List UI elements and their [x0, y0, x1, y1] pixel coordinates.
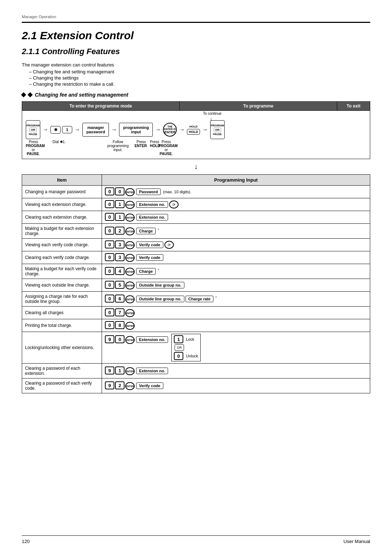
key-button-5: 5	[115, 281, 124, 289]
table-row: Clearing a password of each extension.91…	[22, 364, 370, 378]
to-continue-label: To continue	[203, 112, 221, 116]
lock-label: Lock	[186, 337, 194, 341]
input-label-0: Extension no.	[136, 368, 168, 374]
chapter-title: 2.1 Extension Control	[22, 29, 370, 42]
footer: 120 User Manual	[22, 535, 370, 544]
key-button-0: 0	[105, 253, 114, 261]
star-mark: *	[157, 268, 159, 272]
intro-text: The manager extension can control featur…	[22, 62, 370, 68]
arrow-4: →	[154, 126, 162, 133]
table-cell-item: Assigning a charge rate for each outside…	[22, 292, 102, 307]
or-row: OR	[174, 344, 198, 351]
unlock-row: 0 Unlock	[174, 352, 198, 360]
table-cell-input: 01ENTERExtension no.	[102, 211, 370, 224]
phone-icon-2: PROGRAM OR PAUSE	[210, 120, 225, 139]
arrow-6: →	[201, 126, 209, 133]
table-row: Printing the total charge.08ENTER	[22, 319, 370, 332]
phone-icon-1: PROGRAM OR PAUSE	[26, 120, 40, 139]
table-header-programming-input: Programming Input	[102, 175, 370, 186]
table-row: Locking/unlocking other extensions.90ENT…	[22, 332, 370, 364]
table-cell-input: 08ENTER	[102, 319, 370, 332]
key-button-2: 2	[115, 381, 124, 389]
subsection-heading: Changing fee and setting management	[22, 92, 370, 98]
enter-button: ENTER	[125, 227, 135, 235]
label-press-enter: Press ENTER.	[134, 140, 148, 148]
star-mark: *	[215, 296, 217, 299]
label-dial: Dial ✱1.	[48, 140, 70, 144]
table-cell-input: 06ENTEROutside line group no.Charge rate…	[102, 292, 370, 307]
key-button-0: 0	[105, 281, 114, 289]
lock-key-1: 1	[174, 335, 183, 343]
enter-button: ENTER	[125, 268, 135, 276]
input-label-0: Extension no.	[136, 336, 168, 343]
enter-button: ENTER	[125, 367, 135, 375]
key-button-7: 7	[115, 308, 124, 316]
input-label-0: Extension no.	[136, 214, 168, 220]
to-continue-arrow: ↓	[210, 116, 212, 122]
table-row: Changing a manager password00ENTERPasswo…	[22, 186, 370, 198]
diamond-icon-1	[21, 92, 26, 97]
enter-button: ENTER	[125, 281, 135, 289]
table-cell-item: Clearing all charges	[22, 307, 102, 319]
arrow-3: →	[110, 126, 118, 133]
scroll-button: ⟳	[164, 241, 174, 249]
input-label-0: Charge	[136, 268, 156, 275]
input-label-0: Verify code	[136, 242, 163, 248]
input-label-0: Password	[136, 189, 161, 195]
table-cell-item: Clearing a password of each extension.	[22, 364, 102, 378]
key-button-3: 3	[115, 240, 124, 248]
key-button-6: 6	[115, 295, 124, 303]
enter-circular-button[interactable]: THE ENTER ISENTER	[163, 123, 177, 137]
table-cell-item: Clearing each extension charge.	[22, 211, 102, 224]
key-button-0: 0	[105, 200, 114, 208]
table-cell-item: Making a budget for each extension charg…	[22, 224, 102, 239]
arrow-1: →	[42, 126, 49, 133]
suffix-text: (max. 10 digits).	[162, 190, 191, 194]
label-follow: Follow programming input.	[103, 140, 132, 152]
arrow-2: →	[74, 126, 81, 133]
key-button-0: 0	[105, 187, 114, 195]
enter-button: ENTER	[125, 201, 135, 209]
input-label-0: Outside line group no.	[136, 296, 184, 302]
table-cell-input: 91ENTERExtension no.	[102, 364, 370, 378]
lock-unlock-block: 1 Lock OR 0 Unlock	[171, 334, 201, 361]
table-row: Assigning a charge rate for each outside…	[22, 292, 370, 307]
programming-input-box: programminginput	[119, 123, 153, 137]
input-label-0: Extension no.	[136, 201, 168, 208]
manager-password-box: managerpassword	[82, 123, 109, 137]
key-button-0: 0	[105, 267, 114, 275]
table-cell-item: Clearing each verify code charge.	[22, 251, 102, 264]
table-cell-input: 04ENTERCharge *	[102, 264, 370, 279]
enter-button: ENTER	[125, 309, 135, 317]
key-button-0: 0	[105, 295, 114, 303]
table-row: Clearing all charges07ENTER	[22, 307, 370, 319]
input-label-1: Charge rate	[185, 296, 213, 302]
table-cell-input: 90ENTERExtension no. 1 Lock OR 0 Unlock	[102, 332, 370, 364]
key-button-0: 0	[105, 308, 114, 316]
table-cell-input: 07ENTER	[102, 307, 370, 319]
enter-button: ENTER	[125, 214, 135, 222]
key-button-4: 4	[115, 267, 124, 275]
footer-page-num: 120	[22, 539, 30, 544]
key-button-0: 0	[105, 227, 114, 235]
label-press-hold: Press HOLD.	[150, 140, 157, 148]
enter-button: ENTER	[125, 322, 135, 330]
table-row: Viewing each extension charge.01ENTERExt…	[22, 198, 370, 211]
table-cell-item: Printing the total charge.	[22, 319, 102, 332]
arrow-5: →	[178, 126, 185, 133]
down-arrow-to-table: ↓	[22, 162, 370, 171]
table-row: Viewing each outside line charge.05ENTER…	[22, 279, 370, 292]
input-label-0: Charge	[136, 228, 156, 234]
flow-header-programme: To programme	[180, 102, 337, 110]
table-row: Making a budget for each extension charg…	[22, 224, 370, 239]
unlock-label: Unlock	[186, 354, 198, 358]
bullet-list: Changing fee and setting managemant Chan…	[29, 69, 370, 87]
key-button-1: 1	[115, 213, 124, 221]
key-button-0: 0	[105, 321, 114, 329]
key-button-2: 2	[115, 227, 124, 235]
table-cell-item: Clearing a password of each verify code.	[22, 378, 102, 393]
enter-button: ENTER	[125, 382, 135, 390]
input-label-0: Verify code	[136, 382, 163, 389]
key-button-0: 0	[115, 187, 124, 195]
scroll-button: ⟳	[169, 200, 179, 208]
